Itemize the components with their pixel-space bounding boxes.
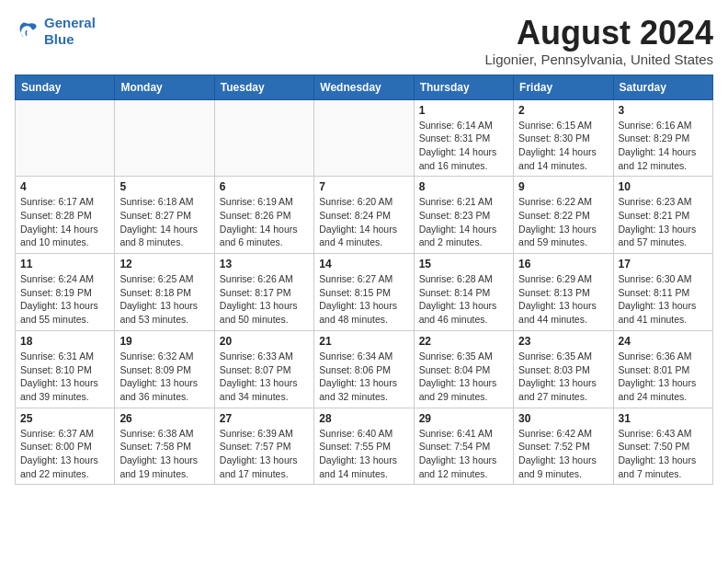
sunrise-text: Sunrise: 6:40 AM [319,427,408,441]
day-detail: Sunrise: 6:29 AMSunset: 8:13 PMDaylight:… [518,272,608,327]
day-number: 3 [619,104,708,117]
sunrise-text: Sunrise: 6:28 AM [419,272,508,286]
day-number: 30 [518,412,608,425]
day-number: 27 [220,412,309,425]
sunset-text: Sunset: 8:06 PM [319,363,408,377]
sunset-text: Sunset: 8:07 PM [220,363,309,377]
day-number: 8 [419,180,508,193]
daylight-text: Daylight: 14 hours and 6 minutes. [220,223,309,249]
calendar-day-cell: 3Sunrise: 6:16 AMSunset: 8:29 PMDaylight… [613,99,712,177]
daylight-text: Daylight: 13 hours and 53 minutes. [119,299,209,326]
month-year-title: August 2024 [485,15,714,52]
sunset-text: Sunset: 7:58 PM [119,440,209,454]
calendar-day-cell: 12Sunrise: 6:25 AMSunset: 8:18 PMDayligh… [115,254,214,331]
day-number: 20 [220,335,309,348]
calendar-day-cell: 11Sunrise: 6:24 AMSunset: 8:19 PMDayligh… [16,254,115,331]
daylight-text: Daylight: 14 hours and 10 minutes. [20,223,109,249]
sunrise-text: Sunrise: 6:42 AM [518,427,608,441]
daylight-text: Daylight: 13 hours and 7 minutes. [619,454,708,480]
sunset-text: Sunset: 8:27 PM [119,209,209,223]
day-detail: Sunrise: 6:16 AMSunset: 8:29 PMDaylight:… [619,119,708,173]
calendar-day-cell: 22Sunrise: 6:35 AMSunset: 8:04 PMDayligh… [414,330,513,408]
calendar-day-cell: 26Sunrise: 6:38 AMSunset: 7:58 PMDayligh… [115,408,214,485]
calendar-day-cell: 2Sunrise: 6:15 AMSunset: 8:30 PMDaylight… [514,99,613,177]
daylight-text: Daylight: 13 hours and 9 minutes. [518,454,608,480]
sunset-text: Sunset: 8:30 PM [518,132,608,145]
calendar-table: SundayMondayTuesdayWednesdayThursdayFrid… [15,75,713,486]
day-number: 13 [220,258,309,270]
calendar-day-cell: 1Sunrise: 6:14 AMSunset: 8:31 PMDaylight… [414,99,513,177]
calendar-day-cell: 27Sunrise: 6:39 AMSunset: 7:57 PMDayligh… [214,408,313,485]
calendar-day-cell: 4Sunrise: 6:17 AMSunset: 8:28 PMDaylight… [16,177,115,254]
calendar-day-cell: 8Sunrise: 6:21 AMSunset: 8:23 PMDaylight… [414,177,513,254]
sunrise-text: Sunrise: 6:20 AM [319,195,408,209]
day-detail: Sunrise: 6:35 AMSunset: 8:04 PMDaylight:… [419,350,508,404]
sunset-text: Sunset: 8:04 PM [419,363,508,377]
calendar-day-cell [314,99,414,177]
daylight-text: Daylight: 14 hours and 2 minutes. [419,223,508,249]
sunset-text: Sunset: 8:19 PM [20,286,109,300]
day-number: 1 [419,104,508,117]
sunset-text: Sunset: 8:21 PM [619,209,708,223]
sunrise-text: Sunrise: 6:14 AM [419,119,508,132]
calendar-day-cell: 29Sunrise: 6:41 AMSunset: 7:54 PMDayligh… [414,408,513,485]
sunrise-text: Sunrise: 6:19 AM [220,195,309,209]
sunset-text: Sunset: 8:13 PM [518,286,608,300]
day-number: 9 [518,180,608,193]
sunset-text: Sunset: 8:26 PM [220,209,309,223]
calendar-week-row: 4Sunrise: 6:17 AMSunset: 8:28 PMDaylight… [16,177,713,254]
daylight-text: Daylight: 13 hours and 46 minutes. [419,299,508,326]
sunrise-text: Sunrise: 6:24 AM [20,272,109,286]
day-number: 18 [20,335,109,348]
sunrise-text: Sunrise: 6:16 AM [619,119,708,132]
day-detail: Sunrise: 6:26 AMSunset: 8:17 PMDaylight:… [220,272,309,327]
day-detail: Sunrise: 6:18 AMSunset: 8:27 PMDaylight:… [119,195,209,249]
day-of-week-header: Wednesday [314,75,414,99]
day-number: 24 [619,335,708,348]
day-detail: Sunrise: 6:15 AMSunset: 8:30 PMDaylight:… [518,119,608,173]
page-header: General Blue August 2024 Ligonier, Penns… [15,15,713,67]
day-number: 2 [518,104,608,117]
sunrise-text: Sunrise: 6:33 AM [220,350,309,363]
logo-text: General Blue [44,15,96,48]
calendar-day-cell: 18Sunrise: 6:31 AMSunset: 8:10 PMDayligh… [16,330,115,408]
calendar-day-cell: 28Sunrise: 6:40 AMSunset: 7:55 PMDayligh… [314,408,414,485]
sunset-text: Sunset: 7:57 PM [220,440,309,454]
sunrise-text: Sunrise: 6:18 AM [119,195,209,209]
daylight-text: Daylight: 13 hours and 50 minutes. [220,299,309,326]
calendar-day-cell [214,99,313,177]
daylight-text: Daylight: 13 hours and 44 minutes. [518,299,608,326]
day-detail: Sunrise: 6:33 AMSunset: 8:07 PMDaylight:… [220,350,309,404]
calendar-day-cell: 9Sunrise: 6:22 AMSunset: 8:22 PMDaylight… [514,177,613,254]
calendar-day-cell: 7Sunrise: 6:20 AMSunset: 8:24 PMDaylight… [314,177,414,254]
daylight-text: Daylight: 13 hours and 12 minutes. [419,454,508,480]
day-number: 10 [619,180,708,193]
day-of-week-header: Monday [115,75,214,99]
day-detail: Sunrise: 6:37 AMSunset: 8:00 PMDaylight:… [20,427,109,481]
sunrise-text: Sunrise: 6:15 AM [518,119,608,132]
day-of-week-header: Tuesday [214,75,313,99]
sunset-text: Sunset: 8:23 PM [419,209,508,223]
day-number: 17 [619,258,708,270]
day-detail: Sunrise: 6:31 AMSunset: 8:10 PMDaylight:… [20,350,109,404]
sunset-text: Sunset: 8:17 PM [220,286,309,300]
day-number: 31 [619,412,708,425]
sunset-text: Sunset: 8:15 PM [319,286,408,300]
sunrise-text: Sunrise: 6:38 AM [119,427,209,441]
sunrise-text: Sunrise: 6:17 AM [20,195,109,209]
day-of-week-header: Thursday [414,75,513,99]
daylight-text: Daylight: 14 hours and 16 minutes. [419,145,508,172]
daylight-text: Daylight: 13 hours and 48 minutes. [319,299,408,326]
calendar-day-cell: 16Sunrise: 6:29 AMSunset: 8:13 PMDayligh… [514,254,613,331]
calendar-day-cell: 20Sunrise: 6:33 AMSunset: 8:07 PMDayligh… [214,330,313,408]
sunset-text: Sunset: 8:22 PM [518,209,608,223]
calendar-week-row: 18Sunrise: 6:31 AMSunset: 8:10 PMDayligh… [16,330,713,408]
daylight-text: Daylight: 13 hours and 34 minutes. [220,376,309,403]
daylight-text: Daylight: 13 hours and 39 minutes. [20,376,109,403]
sunrise-text: Sunrise: 6:29 AM [518,272,608,286]
day-number: 26 [119,412,209,425]
sunrise-text: Sunrise: 6:34 AM [319,350,408,363]
day-of-week-header: Sunday [16,75,115,99]
daylight-text: Daylight: 13 hours and 19 minutes. [119,454,209,480]
day-detail: Sunrise: 6:39 AMSunset: 7:57 PMDaylight:… [220,427,309,481]
